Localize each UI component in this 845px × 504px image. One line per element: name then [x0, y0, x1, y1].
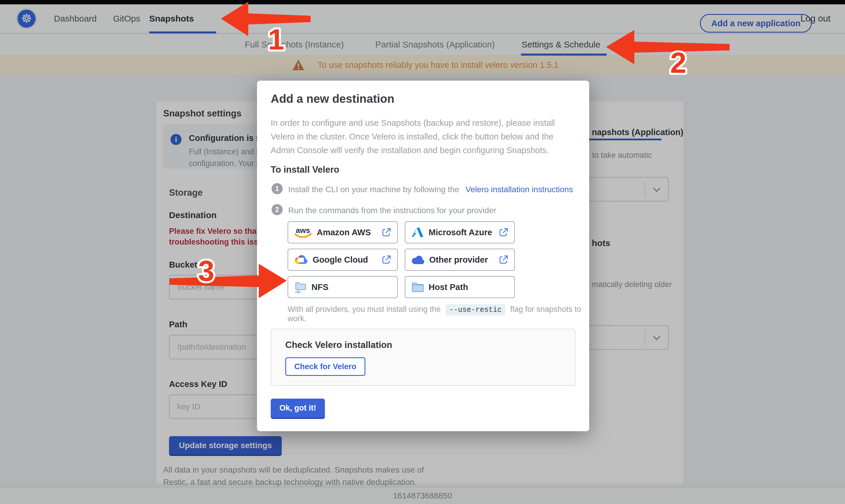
- restic-flag-code: --use-restic: [446, 304, 505, 316]
- cloud-icon: [411, 255, 425, 265]
- external-link-icon: [498, 255, 508, 265]
- provider-label: Microsoft Azure: [429, 228, 494, 237]
- provider-nfs[interactable]: NFS: [287, 276, 398, 298]
- annotation-number-3: 3: [188, 252, 226, 290]
- velero-instructions-link[interactable]: Velero installation instructions: [465, 185, 573, 194]
- modal-title: Add a new destination: [271, 92, 394, 105]
- nfs-folder-icon: [294, 281, 307, 294]
- provider-label: Amazon AWS: [317, 228, 377, 237]
- step-1-badge: 1: [271, 183, 283, 194]
- step-2-text: Run the commands from the instructions f…: [288, 206, 496, 215]
- check-velero-panel: Check Velero installation Check for Vele…: [271, 329, 576, 386]
- modal-intro: In order to configure and use Snapshots …: [271, 116, 568, 157]
- provider-amazon-aws[interactable]: aws Amazon AWS: [287, 221, 398, 244]
- step-2-badge: 2: [271, 204, 283, 215]
- ok-got-it-button[interactable]: Ok, got it!: [271, 399, 325, 419]
- step-1-label: Install the CLI on your machine by follo…: [288, 185, 459, 194]
- install-velero-heading: To install Velero: [271, 164, 339, 175]
- restic-note-pre: With all providers, you must install usi…: [287, 305, 441, 313]
- annotation-number-2: 2: [660, 44, 698, 82]
- annotation-number-1: 1: [257, 20, 294, 58]
- svg-text:aws: aws: [296, 226, 310, 235]
- folder-icon: [411, 281, 424, 293]
- azure-logo: [411, 227, 424, 238]
- provider-label: NFS: [312, 283, 391, 292]
- annotation-number-1-text: 1: [268, 23, 284, 56]
- external-link-icon: [382, 255, 391, 265]
- provider-host-path[interactable]: Host Path: [405, 276, 515, 298]
- annotation-number-2-text: 2: [670, 46, 686, 79]
- google-cloud-logo: [294, 254, 308, 266]
- provider-label: Other provider: [429, 255, 494, 265]
- provider-microsoft-azure[interactable]: Microsoft Azure: [405, 221, 515, 244]
- provider-label: Host Path: [429, 283, 508, 292]
- external-link-icon: [498, 228, 508, 237]
- provider-google-cloud[interactable]: Google Cloud: [287, 249, 398, 271]
- restic-note: With all providers, you must install usi…: [287, 305, 589, 323]
- provider-label: Google Cloud: [313, 255, 377, 265]
- aws-logo: aws: [294, 226, 312, 239]
- add-destination-modal: Add a new destination In order to config…: [257, 80, 589, 431]
- external-link-icon: [382, 228, 391, 237]
- annotation-arrow-3: [167, 262, 289, 303]
- provider-other[interactable]: Other provider: [405, 249, 515, 271]
- annotation-number-3-text: 3: [198, 254, 214, 287]
- step-1-text: Install the CLI on your machine by follo…: [288, 185, 573, 194]
- check-for-velero-button[interactable]: Check for Velero: [285, 357, 365, 376]
- check-velero-heading: Check Velero installation: [285, 340, 392, 350]
